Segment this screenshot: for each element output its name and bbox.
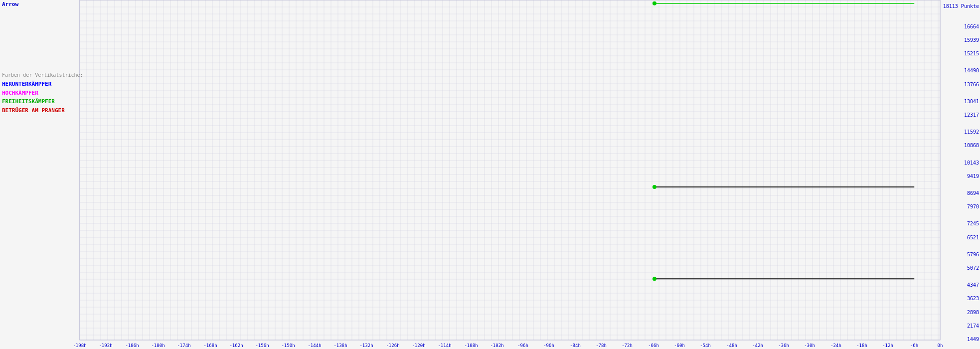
x-axis: -198h-192h-186h-180h-174h-168h-162h-156h… — [80, 340, 940, 349]
y-axis-label: 5072 — [967, 265, 979, 271]
x-axis-label: -78h — [596, 343, 607, 348]
legend-colors-label: Farben der Vertikalstriche: — [2, 72, 83, 78]
y-axis-label: 7970 — [967, 204, 979, 209]
y-axis-label: 7245 — [967, 221, 979, 226]
x-axis-label: -150h — [281, 343, 295, 348]
svg-point-3 — [653, 185, 656, 189]
x-axis-label: -156h — [255, 343, 269, 348]
x-axis-label: -198h — [73, 343, 86, 348]
x-axis-label: -132h — [359, 343, 373, 348]
y-axis-label: 1449 — [967, 337, 979, 342]
y-axis-label: 2174 — [967, 323, 979, 329]
x-axis-label: -24h — [830, 343, 841, 348]
x-axis-label: -54h — [700, 343, 711, 348]
x-axis-label: 0h — [938, 343, 943, 348]
x-axis-label: -114h — [438, 343, 451, 348]
x-axis-label: -174h — [177, 343, 190, 348]
y-axis-label: 13766 — [964, 82, 979, 87]
x-axis-label: -72h — [622, 343, 633, 348]
x-axis-label: -96h — [517, 343, 528, 348]
y-axis-label: 8694 — [967, 190, 979, 196]
y-axis-label: 16664 — [964, 24, 979, 29]
legend: Arrow Farben der Vertikalstriche: HERUNT… — [2, 1, 83, 115]
y-axis-label: 10143 — [964, 160, 979, 166]
x-axis-label: -186h — [125, 343, 139, 348]
x-axis-label: -18h — [856, 343, 867, 348]
legend-item: HOCHKÄMPFER — [2, 89, 83, 98]
x-axis-label: -138h — [333, 343, 347, 348]
y-axis-label: 6521 — [967, 235, 979, 240]
x-axis-label: -102h — [490, 343, 503, 348]
y-axis-label: 14490 — [964, 68, 979, 73]
x-axis-label: -90h — [543, 343, 554, 348]
data-lines-svg — [0, 0, 980, 349]
chart-area: Arrow Farben der Vertikalstriche: HERUNT… — [0, 0, 980, 349]
x-axis-label: -108h — [464, 343, 478, 348]
x-axis-label: -66h — [648, 343, 659, 348]
legend-item: BETRÜGER AM PRANGER — [2, 106, 83, 115]
y-axis-label: 15939 — [964, 37, 979, 43]
x-axis-label: -126h — [386, 343, 399, 348]
svg-point-5 — [653, 277, 656, 281]
x-axis-label: -120h — [412, 343, 425, 348]
y-axis-label: 4347 — [967, 282, 979, 288]
x-axis-label: -36h — [778, 343, 789, 348]
x-axis-label: -144h — [308, 343, 321, 348]
x-axis-label: -60h — [674, 343, 685, 348]
y-axis-label: 2898 — [967, 310, 979, 315]
legend-item: FREIHEITSKÄMPFER — [2, 97, 83, 106]
y-axis-label: 15215 — [964, 51, 979, 56]
x-axis-label: -180h — [151, 343, 164, 348]
svg-point-1 — [653, 1, 656, 5]
y-axis-label: 9419 — [967, 174, 979, 179]
x-axis-label: -192h — [99, 343, 112, 348]
x-axis-label: -12h — [882, 343, 893, 348]
legend-items: HERUNTERKÄMPFERHOCHKÄMPFERFREIHEITSKÄMPF… — [2, 80, 83, 115]
x-axis-label: -168h — [203, 343, 217, 348]
x-axis-label: -84h — [570, 343, 581, 348]
x-axis-label: -30h — [804, 343, 815, 348]
y-axis-label: 5796 — [967, 252, 979, 257]
x-axis-label: -48h — [726, 343, 737, 348]
y-axis-label: 11592 — [964, 129, 979, 135]
legend-item: HERUNTERKÄMPFER — [2, 80, 83, 89]
app-title: Arrow — [2, 1, 83, 7]
y-axis-label: 13041 — [964, 99, 979, 104]
y-axis-label: 18113 Punkte — [943, 3, 979, 9]
y-axis-label: 3623 — [967, 296, 979, 301]
x-axis-label: -162h — [229, 343, 243, 348]
y-axis-label: 12317 — [964, 112, 979, 118]
y-axis-label: 10868 — [964, 143, 979, 148]
x-axis-label: -42h — [752, 343, 763, 348]
y-axis: 18113 Punkte1666415939152151449013766130… — [940, 0, 980, 329]
x-axis-label: -6h — [910, 343, 918, 348]
